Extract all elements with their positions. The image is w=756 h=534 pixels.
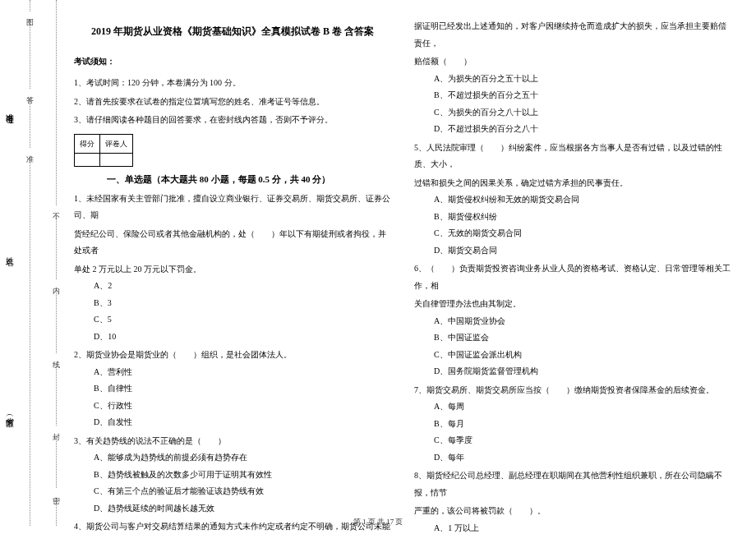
- q5-option-c: C、无效的期货交易合同: [414, 225, 731, 242]
- section-header-row: 得分 评卷人 一、单选题（本大题共 80 小题，每题 0.5 分，共 40 分）: [74, 129, 391, 189]
- q1-stem: 1、未经国家有关主管部门批准，擅自设立商业银行、证券交易所、期货交易所、证券公司…: [74, 191, 391, 224]
- q1-option-d: D、10: [74, 329, 391, 346]
- q3-stem: 3、有关趋势线的说法不正确的是（ ）: [74, 433, 391, 450]
- dotted-seal-line-outer: [30, 0, 30, 526]
- inner-marker: 线: [51, 353, 62, 363]
- q2-option-b: B、自律性: [74, 380, 391, 398]
- region-field-label: 省（市区）: [3, 411, 15, 415]
- q4-option-a: A、为损失的百分之五十以上: [414, 71, 731, 88]
- q6-stem: 关自律管理办法也由其制定。: [414, 296, 731, 313]
- inner-marker: 密: [51, 489, 62, 499]
- q5-option-b: B、期货侵权纠纷: [414, 209, 731, 226]
- q3-option-a: A、能够成为趋势线的前提必须有趋势存在: [74, 449, 391, 467]
- right-column: 据证明已经发出上述通知的，对客户因继续持仓而造成扩大的损失，应当承担主要赔偿责任…: [414, 16, 731, 497]
- grader-header: 评卷人: [100, 134, 133, 153]
- exam-title: 2019 年期货从业资格《期货基础知识》全真模拟试卷 B 卷 含答案: [74, 21, 391, 42]
- score-table: 得分 评卷人: [74, 134, 133, 167]
- q7-option-a: A、每周: [414, 398, 731, 416]
- q2-option-a: A、营利性: [74, 364, 391, 381]
- content-columns: 2019 年期货从业资格《期货基础知识》全真模拟试卷 B 卷 含答案 考试须知：…: [74, 16, 731, 497]
- notice-item: 1、考试时间：120 分钟，本卷满分为 100 分。: [74, 75, 391, 92]
- q3-option-b: B、趋势线被触及的次数多少可用于证明其有效性: [74, 467, 391, 484]
- q5-stem: 过错和损失之间的因果关系，确定过错方承担的民事责任。: [414, 175, 731, 192]
- q1-option-a: A、2: [74, 278, 391, 295]
- q3-option-d: D、趋势线延续的时间越长越无效: [74, 500, 391, 518]
- notice-item: 2、请首先按要求在试卷的指定位置填写您的姓名、准考证号等信息。: [74, 94, 391, 111]
- q2-option-c: C、行政性: [74, 398, 391, 415]
- q4-stem-cont: 赔偿额（ ）: [414, 53, 731, 71]
- q5-stem: 5、人民法院审理（ ）纠纷案件，应当根据各方当事人是否有过错，以及过错的性质、大…: [414, 140, 731, 173]
- inner-marker: 不: [51, 205, 62, 215]
- q6-option-b: B、中国证监会: [414, 329, 731, 347]
- exam-id-field-label: 准考证号: [3, 107, 15, 110]
- q4-option-b: B、不超过损失的百分之五十: [414, 87, 731, 104]
- q7-option-c: C、每季度: [414, 432, 731, 449]
- q4-stem-cont: 据证明已经发出上述通知的，对客户因继续持仓而造成扩大的损失，应当承担主要赔偿责任…: [414, 18, 731, 52]
- q3-option-c: C、有第三个点的验证后才能验证该趋势线有效: [74, 483, 391, 500]
- q5-option-a: A、期货侵权纠纷和无效的期货交易合同: [414, 191, 731, 209]
- notice-item: 3、请仔细阅读各种题目的回答要求，在密封线内答题，否则不予评分。: [74, 112, 391, 129]
- q2-option-d: D、自发性: [74, 414, 391, 431]
- q1-stem: 单处 2 万元以上 20 万元以下罚金。: [74, 261, 391, 279]
- outer-marker: 答: [25, 89, 35, 99]
- q4-option-c: C、为损失的百分之八十以上: [414, 104, 731, 122]
- q5-option-d: D、期货交易合同: [414, 242, 731, 260]
- q6-stem: 6、（ ）负责期货投资咨询业务从业人员的资格考试、资格认定、日常管理等相关工作，…: [414, 260, 731, 294]
- binding-sidebar: 图 答 准 不 内 线 封 密 准考证号 姓名 省（市区）: [0, 0, 70, 534]
- notice-heading: 考试须知：: [74, 53, 391, 71]
- q6-option-c: C、中国证监会派出机构: [414, 347, 731, 364]
- q7-option-b: B、每月: [414, 416, 731, 433]
- q1-stem: 货经纪公司、保险公司或者其他金融机构的，处（ ）年以下有期徒刑或者拘役，并处或者: [74, 226, 391, 260]
- q6-option-a: A、中国期货业协会: [414, 313, 731, 330]
- q4-option-d: D、不超过损失的百分之八十: [414, 121, 731, 138]
- section-1-title: 一、单选题（本大题共 80 小题，每题 0.5 分，共 40 分）: [107, 170, 330, 189]
- left-column: 2019 年期货从业资格《期货基础知识》全真模拟试卷 B 卷 含答案 考试须知：…: [74, 16, 391, 497]
- q1-option-b: B、3: [74, 295, 391, 312]
- q6-option-d: D、国务院期货监督管理机构: [414, 363, 731, 380]
- outer-marker: 准: [25, 148, 35, 158]
- q2-stem: 2、期货业协会是期货业的（ ）组织，是社会团体法人。: [74, 347, 391, 364]
- q1-option-c: C、5: [74, 311, 391, 329]
- outer-marker: 图: [25, 12, 35, 21]
- score-cell: [75, 154, 100, 167]
- name-field-label: 姓名: [3, 251, 15, 252]
- dotted-seal-line-inner: [56, 0, 57, 526]
- q7-option-d: D、每年: [414, 449, 731, 467]
- q7-stem: 7、期货交易所、期货交易所应当按（ ）缴纳期货投资者保障基金的后续资金。: [414, 382, 731, 399]
- q8-stem: 8、期货经纪公司总经理、副总经理在职期间在其他营利性组织兼职，所在公司隐瞒不报，…: [414, 467, 731, 501]
- inner-marker: 内: [51, 279, 62, 289]
- exam-page: 图 答 准 不 内 线 封 密 准考证号 姓名 省（市区） 2019 年期货从业…: [0, 0, 756, 534]
- score-header: 得分: [75, 134, 100, 153]
- page-footer: 第 1 页 共 17 页: [0, 517, 756, 527]
- grader-cell: [100, 154, 133, 167]
- inner-marker: 封: [51, 426, 62, 435]
